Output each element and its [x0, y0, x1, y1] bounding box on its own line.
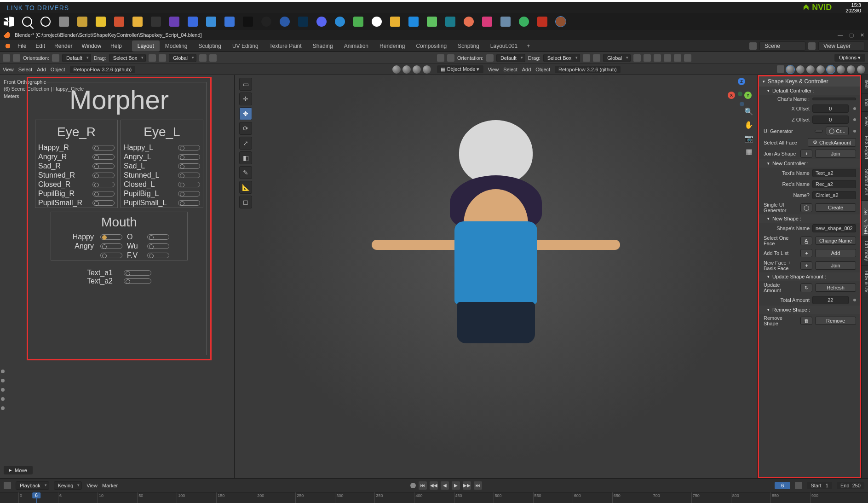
shapekey-slider[interactable] — [92, 154, 115, 160]
unreal-icon[interactable] — [261, 17, 271, 27]
tab-compositing[interactable]: Compositing — [410, 40, 452, 52]
app-icon[interactable] — [169, 17, 179, 27]
search-icon[interactable] — [22, 17, 32, 27]
shapekey-slider[interactable] — [92, 191, 115, 197]
remove-button[interactable]: Remove — [815, 317, 856, 325]
select-tool[interactable]: ▭ — [239, 78, 252, 91]
next-key-icon[interactable]: ▶▶ — [463, 481, 471, 490]
app-icon[interactable] — [390, 17, 400, 27]
shapekey-slider[interactable] — [92, 200, 115, 206]
add-button[interactable]: Add — [815, 249, 856, 257]
anim-dot-icon[interactable] — [853, 130, 856, 133]
shapekey-slider[interactable] — [178, 163, 200, 169]
tab-texturepaint[interactable]: Texture Paint — [264, 40, 307, 52]
transform-icon[interactable] — [159, 54, 166, 62]
tab-sculpting[interactable]: Sculpting — [193, 40, 227, 52]
tab-modeling[interactable]: Modeling — [160, 40, 193, 52]
join-button[interactable]: Join — [815, 150, 856, 158]
section-new-controller[interactable]: New Controller : — [759, 159, 860, 168]
global-select[interactable]: Global — [603, 54, 631, 62]
object-menu[interactable]: Object — [535, 67, 550, 72]
shapekey-slider[interactable] — [178, 182, 200, 187]
shading-matprev-icon[interactable] — [413, 65, 421, 74]
overlay-toggle-icon[interactable] — [777, 65, 784, 73]
overlay-icon[interactable] — [664, 54, 671, 62]
tab-animation[interactable]: Animation — [339, 40, 374, 52]
tab-scripting[interactable]: Scripting — [452, 40, 485, 52]
shapekey-slider[interactable] — [178, 200, 200, 206]
autokey-icon[interactable] — [410, 483, 416, 488]
object-menu[interactable]: Object — [51, 67, 65, 72]
tab-rendering[interactable]: Rendering — [374, 40, 410, 52]
addcube-tool[interactable]: ◻ — [239, 196, 252, 208]
overlay-icon[interactable] — [684, 54, 691, 62]
changename-button[interactable]: Change Name — [815, 237, 856, 245]
mouth-slider[interactable] — [147, 243, 169, 249]
view-menu[interactable]: View — [86, 483, 98, 488]
refresh-icon-button[interactable]: ↻ — [800, 283, 812, 292]
shading-solid-icon[interactable] — [402, 65, 411, 74]
current-frame-field[interactable]: 6 — [775, 482, 790, 489]
app-icon[interactable] — [482, 17, 492, 27]
add-menu[interactable]: Add — [37, 67, 46, 72]
proportional-icon[interactable] — [209, 54, 217, 62]
app-icon[interactable] — [224, 17, 235, 27]
link-to-drivers[interactable]: LINK TO DRIVERS — [7, 4, 69, 12]
minimize-button[interactable]: — — [838, 32, 843, 38]
anim-dot-icon[interactable] — [853, 118, 856, 121]
menu-edit[interactable]: Edit — [32, 41, 49, 51]
viewlayer-field[interactable]: View Layer — [818, 41, 864, 51]
orientation-select[interactable]: Default — [62, 54, 91, 62]
shapekey-slider[interactable] — [92, 145, 115, 150]
addon-menu[interactable]: RetopoFlow 3.2.6 (github) — [70, 66, 136, 73]
marker-menu[interactable]: Marker — [102, 483, 118, 488]
transform-tool[interactable]: ◧ — [239, 151, 252, 164]
orientation-select[interactable]: Default — [496, 54, 525, 62]
app-icon[interactable] — [353, 17, 363, 27]
gizmo-icon[interactable] — [13, 54, 20, 62]
tab-shading[interactable]: Shading — [307, 40, 339, 52]
tab-uvediting[interactable]: UV Editing — [227, 40, 264, 52]
mouth-slider[interactable] — [147, 234, 169, 240]
app-icon[interactable] — [427, 17, 437, 27]
editor-type-icon[interactable] — [437, 54, 444, 62]
overlay-icon[interactable] — [674, 54, 681, 62]
proportional-icon[interactable] — [644, 54, 651, 62]
taskview-icon[interactable] — [59, 17, 69, 27]
shading-solid-icon[interactable] — [837, 65, 845, 74]
drag-icon[interactable] — [149, 54, 156, 62]
section-default-controller[interactable]: Default Controller : — [759, 87, 860, 95]
tab-view[interactable]: View — [862, 112, 868, 132]
zoffset-field[interactable]: 0 — [812, 116, 849, 124]
shading-rendered-icon[interactable] — [857, 65, 865, 74]
jump-end-icon[interactable]: ⏭ — [474, 481, 482, 490]
blender-icon[interactable] — [556, 17, 566, 27]
plus-button[interactable]: + — [800, 150, 812, 158]
singleui-ring-button[interactable]: ◯ — [800, 203, 812, 212]
panel-shapekeys-header[interactable]: Shape Keys & Controller — [759, 76, 860, 87]
viewlayer-icon[interactable] — [808, 42, 816, 50]
cursor-tool[interactable]: ✛ — [239, 93, 252, 105]
move-tool[interactable]: ✥ — [239, 107, 252, 120]
shapekey-slider[interactable] — [92, 182, 115, 187]
pdf-icon[interactable] — [537, 17, 547, 27]
section-remove-shape[interactable]: Remove Shape : — [759, 306, 860, 314]
tab-add[interactable]: + — [523, 40, 534, 52]
discord-icon[interactable] — [316, 17, 327, 27]
app-icon[interactable] — [500, 17, 511, 27]
shapekey-slider[interactable] — [178, 145, 200, 150]
transform-icon[interactable] — [593, 54, 600, 62]
nav-gizmo[interactable]: ZYX — [728, 78, 756, 106]
tab-item[interactable]: Item — [862, 75, 868, 93]
playback-menu[interactable]: Playback — [16, 481, 49, 490]
measure-tool[interactable]: 📐 — [239, 181, 252, 194]
view-menu[interactable]: View — [3, 67, 14, 72]
textsname-field[interactable]: Text_a2 — [812, 169, 856, 177]
menu-help[interactable]: Help — [107, 41, 126, 51]
global-select[interactable]: Global — [169, 54, 196, 62]
checkamount-button[interactable]: ⚙ CheckAmount — [808, 138, 856, 147]
shapekey-slider[interactable] — [178, 154, 200, 160]
trash-icon-button[interactable]: 🗑 — [800, 317, 812, 325]
refresh-button[interactable]: Refresh — [815, 283, 856, 292]
shading-rendered-icon[interactable] — [816, 65, 825, 74]
